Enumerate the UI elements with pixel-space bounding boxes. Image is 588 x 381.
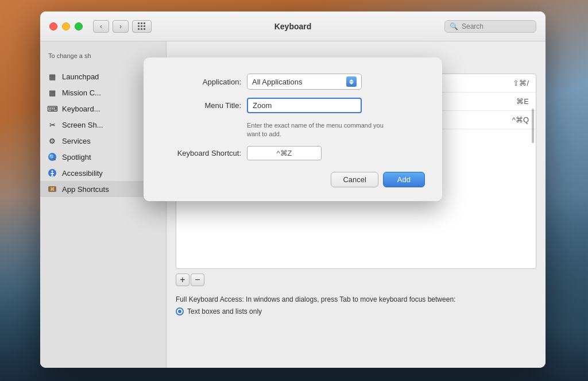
keyboard-shortcut-row: Keyboard Shortcut: ^⌘Z xyxy=(161,146,425,160)
arrow-up-icon xyxy=(349,79,354,82)
keyboard-shortcut-display[interactable]: ^⌘Z xyxy=(247,146,322,160)
arrow-down-icon xyxy=(349,82,354,84)
menu-title-label: Menu Title: xyxy=(161,101,241,110)
modal-overlay: Application: All Applications Menu Title… xyxy=(40,11,546,368)
application-row: Application: All Applications xyxy=(161,74,425,90)
menu-title-row: Menu Title: xyxy=(161,98,425,113)
cancel-button[interactable]: Cancel xyxy=(331,172,378,187)
application-label: Application: xyxy=(161,78,241,86)
add-button[interactable]: Add xyxy=(383,172,425,187)
add-shortcut-modal: Application: All Applications Menu Title… xyxy=(144,57,442,201)
keyboard-shortcut-label: Keyboard Shortcut: xyxy=(161,149,241,157)
modal-buttons: Cancel Add xyxy=(161,172,425,187)
application-value: All Applications xyxy=(252,78,302,86)
menu-title-input[interactable] xyxy=(247,98,362,113)
hint-text: Enter the exact name of the menu command… xyxy=(247,121,390,139)
keyboard-preferences-window: ‹ › Keyboard 🔍 To change a sh ▦ xyxy=(40,11,546,368)
application-dropdown[interactable]: All Applications xyxy=(247,74,362,90)
dropdown-arrow-icon xyxy=(346,76,357,87)
